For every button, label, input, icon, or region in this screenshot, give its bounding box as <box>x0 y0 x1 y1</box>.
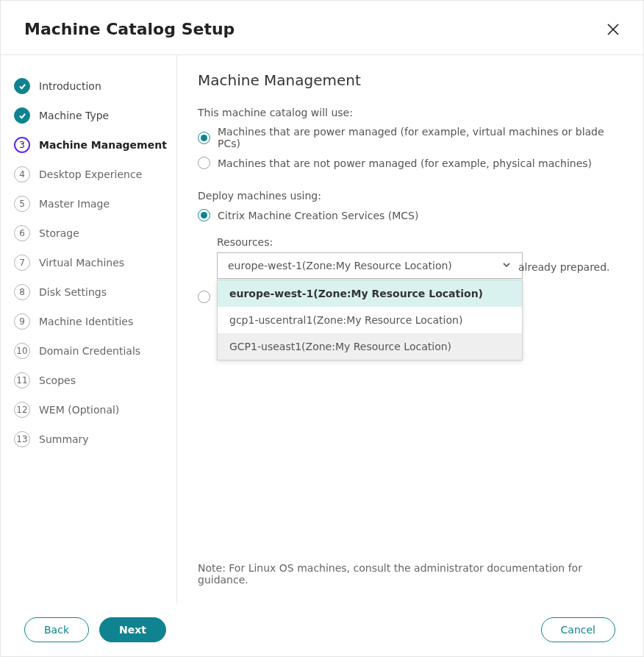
step-label: Domain Credentials <box>39 345 140 357</box>
power-managed-group: Machines that are power managed (for exa… <box>198 126 621 177</box>
step-label: Virtual Machines <box>39 257 124 269</box>
step-label: WEM (Optional) <box>39 404 119 416</box>
step-machine-management[interactable]: 3 Machine Management <box>14 130 176 160</box>
radio-label: Citrix Machine Creation Services (MCS) <box>218 210 418 221</box>
resources-label: Resources: <box>217 236 621 248</box>
partial-label: already prepared. <box>518 261 610 273</box>
radio-mcs[interactable]: Citrix Machine Creation Services (MCS) <box>198 209 621 221</box>
step-wem[interactable]: 12 WEM (Optional) <box>14 395 176 425</box>
close-icon <box>607 23 620 36</box>
resources-select[interactable]: europe-west-1(Zone:My Resource Location) <box>217 252 523 279</box>
radio-label: Machines that are power managed (for exa… <box>218 126 621 149</box>
dropdown-option[interactable]: gcp1-uscentral1(Zone:My Resource Locatio… <box>218 307 522 333</box>
step-master-image[interactable]: 5 Master Image <box>14 189 176 219</box>
next-button[interactable]: Next <box>99 617 166 642</box>
step-number: 12 <box>14 402 30 418</box>
step-done-icon <box>14 107 30 124</box>
select-value: europe-west-1(Zone:My Resource Location) <box>228 260 452 271</box>
step-label: Machine Management <box>39 139 167 151</box>
resources-dropdown: europe-west-1(Zone:My Resource Location)… <box>217 280 523 361</box>
note-text: Note: For Linux OS machines, consult the… <box>198 562 621 603</box>
wizard-sidebar: Introduction Machine Type 3 Machine Mana… <box>1 55 177 603</box>
step-machine-identities[interactable]: 9 Machine Identities <box>14 307 176 336</box>
step-label: Machine Type <box>39 110 109 121</box>
footer: Back Next Cancel <box>1 603 643 656</box>
step-introduction[interactable]: Introduction <box>14 71 176 101</box>
radio-label: Machines that are not power managed (for… <box>218 157 592 169</box>
step-label: Introduction <box>39 80 101 92</box>
dropdown-option[interactable]: europe-west-1(Zone:My Resource Location) <box>218 280 522 307</box>
step-number: 7 <box>14 255 30 271</box>
deploy-label: Deploy machines using: <box>198 190 621 202</box>
step-label: Desktop Experience <box>39 168 142 180</box>
dialog-title: Machine Catalog Setup <box>24 20 235 38</box>
step-disk-settings[interactable]: 8 Disk Settings <box>14 277 176 307</box>
step-label: Machine Identities <box>39 316 133 327</box>
radio-icon <box>198 132 210 144</box>
step-number: 9 <box>14 313 30 330</box>
step-number: 6 <box>14 225 30 241</box>
dropdown-option[interactable]: GCP1-useast1(Zone:My Resource Location) <box>218 333 522 360</box>
step-summary[interactable]: 13 Summary <box>14 425 176 454</box>
use-label: This machine catalog will use: <box>198 107 621 118</box>
page-title: Machine Management <box>198 71 621 89</box>
radio-icon <box>198 157 210 169</box>
radio-power-managed[interactable]: Machines that are power managed (for exa… <box>198 126 621 149</box>
radio-icon <box>198 209 210 221</box>
step-number: 4 <box>14 166 30 182</box>
radio-not-power-managed[interactable]: Machines that are not power managed (for… <box>198 157 621 169</box>
back-button[interactable]: Back <box>24 617 89 642</box>
step-label: Storage <box>39 227 79 239</box>
step-number: 10 <box>14 343 30 359</box>
step-done-icon <box>14 78 30 94</box>
step-label: Summary <box>39 433 89 445</box>
step-number: 13 <box>14 431 30 447</box>
step-virtual-machines[interactable]: 7 Virtual Machines <box>14 248 176 277</box>
step-label: Master Image <box>39 198 110 210</box>
step-storage[interactable]: 6 Storage <box>14 219 176 248</box>
cancel-button[interactable]: Cancel <box>541 617 615 642</box>
step-scopes[interactable]: 11 Scopes <box>14 366 176 395</box>
step-domain-credentials[interactable]: 10 Domain Credentials <box>14 336 176 366</box>
step-desktop-experience[interactable]: 4 Desktop Experience <box>14 160 176 189</box>
main-panel: Machine Management This machine catalog … <box>177 55 643 603</box>
step-number: 11 <box>14 372 30 388</box>
step-label: Scopes <box>39 374 76 386</box>
close-button[interactable] <box>605 21 621 38</box>
step-label: Disk Settings <box>39 286 107 298</box>
step-number: 8 <box>14 284 30 300</box>
step-number: 5 <box>14 196 30 212</box>
radio-icon <box>198 291 210 303</box>
chevron-down-icon <box>501 260 512 272</box>
step-number: 3 <box>14 137 30 153</box>
step-machine-type[interactable]: Machine Type <box>14 101 176 130</box>
